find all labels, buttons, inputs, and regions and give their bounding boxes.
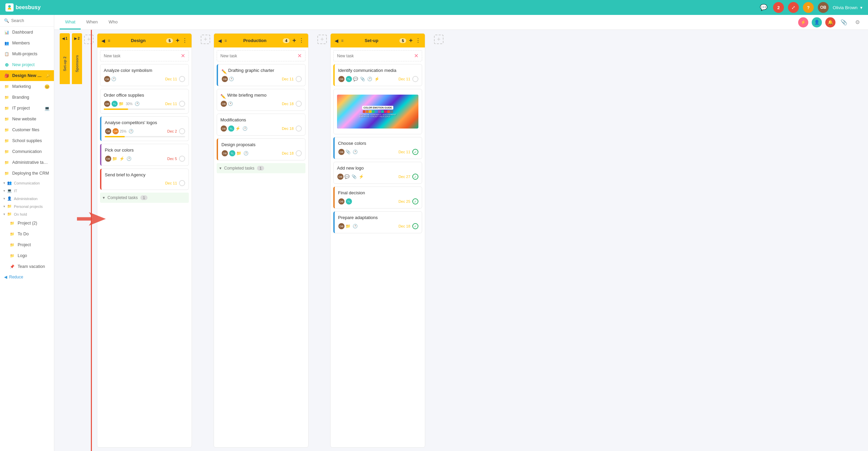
new-task-input-production[interactable] <box>220 54 295 58</box>
sidebar-item-it-project[interactable]: 📁 IT project 💻 <box>0 103 54 114</box>
task-check[interactable] <box>179 101 185 107</box>
sidebar-item-to-do[interactable]: 📁 To Do <box>0 229 54 239</box>
add-column-button-1[interactable]: + <box>201 35 210 44</box>
help-button[interactable]: ? <box>803 2 814 13</box>
sidebar-item-school-supplies[interactable]: 📁 School supplies <box>0 135 54 146</box>
task-avatar: TL <box>228 125 235 132</box>
col-more-setup[interactable]: ⋮ <box>415 37 421 44</box>
task-check[interactable] <box>179 180 185 186</box>
new-task-input-setup[interactable] <box>337 54 411 58</box>
stub-header[interactable]: ◀ 1 <box>60 33 70 43</box>
task-check[interactable] <box>179 128 185 134</box>
col-add-setup[interactable]: + <box>409 37 413 44</box>
add-column-button-2[interactable]: + <box>317 35 327 44</box>
sidebar-item-branding[interactable]: 📁 Branding <box>0 92 54 103</box>
task-check[interactable]: ✓ <box>412 174 418 180</box>
add-column-button-3[interactable]: + <box>434 35 443 44</box>
user-avatar[interactable]: OB <box>818 2 829 13</box>
tab-when[interactable]: When <box>81 15 103 30</box>
group-communication[interactable]: ▾ 👥 Communication <box>0 179 54 187</box>
search-input[interactable] <box>11 18 50 23</box>
task-check[interactable] <box>179 156 185 162</box>
task-check[interactable] <box>296 76 302 82</box>
sidebar-item-marketing[interactable]: 📁 Marketing 😊 <box>0 81 54 92</box>
completed-tasks-row-design[interactable]: ▾ Completed tasks 1 <box>100 193 189 203</box>
task-check[interactable]: ✓ <box>412 149 418 155</box>
col-list-icon[interactable]: ≡ <box>108 38 110 43</box>
new-task-close-setup[interactable]: ✕ <box>414 53 418 59</box>
task-card[interactable]: Design proposals OB TL 📁 🕐 Dec 18 <box>217 138 305 160</box>
col-list-icon[interactable]: ≡ <box>341 38 343 43</box>
task-card[interactable]: Identify communication media OB TL 💬 📎 🕐… <box>333 64 422 86</box>
add-stub-button[interactable]: + <box>84 35 94 44</box>
task-card[interactable]: Pick our colors OB 📁 ⚡ 🕐 Dec 5 <box>100 144 189 166</box>
stub-label-2[interactable]: Sponsors <box>72 43 82 84</box>
col-more-production[interactable]: ⋮ <box>299 37 304 44</box>
notifications-button[interactable]: 2 <box>773 2 784 13</box>
new-task-close-production[interactable]: ✕ <box>297 53 302 59</box>
task-card[interactable]: ✏️ Drafting graphic charter OB 🕐 Dec 11 <box>217 64 305 86</box>
col-more-design[interactable]: ⋮ <box>182 37 188 44</box>
sidebar-item-project[interactable]: 📁 Project <box>0 239 54 250</box>
settings-button[interactable]: ⚙ <box>852 17 863 27</box>
task-card[interactable]: ✏️ Write briefing memo OB 🕐 Dec 18 <box>217 89 305 111</box>
group-personal-projects[interactable]: ▾ 📁 Personal projects <box>0 202 54 210</box>
task-check[interactable]: ✓ <box>412 223 418 229</box>
group-administration[interactable]: ▾ 👤 Administration <box>0 194 54 202</box>
new-task-input-design[interactable] <box>104 54 178 58</box>
sidebar-item-multi-projects[interactable]: 📋 Multi-projects <box>0 48 54 59</box>
col-nav-left[interactable]: ◀ <box>335 38 338 43</box>
stub-header-2[interactable]: ▶ 2 <box>72 33 82 43</box>
group-on-hold[interactable]: ▾ 📁 On hold <box>0 210 54 218</box>
task-card[interactable]: Choose colors OB 📎 🕐 Dec 11 ✓ <box>333 137 422 159</box>
col-nav-left[interactable]: ◀ <box>101 38 105 43</box>
task-check[interactable] <box>296 150 302 156</box>
sidebar-item-new-project[interactable]: ⊕ New project <box>0 59 54 70</box>
sidebar-item-design-new-logo[interactable]: 🎒 Design New Logo 🔑 <box>0 70 54 81</box>
task-card[interactable]: Analyse competitors' logos OB OR 25% 🕐 D… <box>100 116 189 141</box>
stub-label[interactable]: Set-up 2 <box>60 43 70 84</box>
sidebar-item-communication[interactable]: 📁 Communication <box>0 146 54 157</box>
task-card[interactable]: Add new logo OB 💬 📎 ⚡ Dec 27 ✓ <box>333 162 422 184</box>
sidebar-item-administrative-tasks[interactable]: 📁 Administrative tasks <box>0 157 54 168</box>
filter-button[interactable]: ⚡ <box>798 17 808 27</box>
reduce-button[interactable]: ◀ Reduce <box>0 272 54 282</box>
task-card[interactable]: Send brief to Agency Dec 11 <box>100 169 189 190</box>
task-card[interactable]: Order office supplies OB TL 📁 30% 🕐 Dec … <box>100 89 189 114</box>
sidebar-item-deploying-the-crm[interactable]: 📁 Deploying the CRM <box>0 168 54 179</box>
sidebar-item-team-vacation[interactable]: 📌 Team vacation <box>0 261 54 272</box>
user-menu[interactable]: Olivia Brown ▾ <box>833 5 863 10</box>
sidebar-item-project-2[interactable]: 📁 Project (2) <box>0 218 54 229</box>
task-check[interactable] <box>296 125 302 132</box>
new-task-close-design[interactable]: ✕ <box>181 53 185 59</box>
notification-button[interactable]: 🔔 <box>825 17 835 27</box>
chat-button[interactable]: 💬 <box>758 2 769 13</box>
task-card[interactable]: Modifications OB TL ⚡ 🕐 Dec 18 <box>217 114 305 136</box>
user-menu-chevron[interactable]: ▾ <box>860 5 863 10</box>
col-nav-left[interactable]: ◀ <box>218 38 222 43</box>
task-card-image[interactable]: COLOR EMOTION GUIDE <box>333 89 422 134</box>
task-check[interactable] <box>296 101 302 107</box>
sidebar-item-logo[interactable]: 📁 Logo <box>0 250 54 261</box>
sidebar-item-customer-files[interactable]: 📁 Customer files <box>0 124 54 135</box>
attachment-button[interactable]: 📎 <box>839 17 849 27</box>
col-add-production[interactable]: + <box>292 37 296 44</box>
task-card[interactable]: Prepare adaptations OB 📁 🕐 Dec 18 ✓ <box>333 211 422 233</box>
task-card[interactable]: Final decision OB TL Dec 25 ✓ <box>333 187 422 209</box>
task-card[interactable]: Analyze color symbolism OB 🕐 Dec 11 <box>100 64 189 86</box>
task-check[interactable]: ✓ <box>412 198 418 204</box>
person-button[interactable]: 👤 <box>812 17 822 27</box>
logo[interactable]: beesbusy <box>5 3 41 12</box>
task-check[interactable] <box>412 76 418 82</box>
completed-tasks-row-production[interactable]: ▾ Completed tasks 1 <box>217 163 305 173</box>
sidebar-item-new-website[interactable]: 📁 New website <box>0 114 54 124</box>
expand-button[interactable]: ⤢ <box>788 2 799 13</box>
sidebar-item-members[interactable]: 👥 Members <box>0 38 54 48</box>
sidebar-item-dashboard[interactable]: 📊 Dashboard <box>0 27 54 38</box>
tab-what[interactable]: What <box>60 15 81 30</box>
tab-who[interactable]: Who <box>103 15 123 30</box>
col-list-icon[interactable]: ≡ <box>224 38 227 43</box>
task-check[interactable] <box>179 76 185 82</box>
col-add-design[interactable]: + <box>176 37 179 44</box>
group-it[interactable]: ▾ 💻 IT <box>0 187 54 194</box>
